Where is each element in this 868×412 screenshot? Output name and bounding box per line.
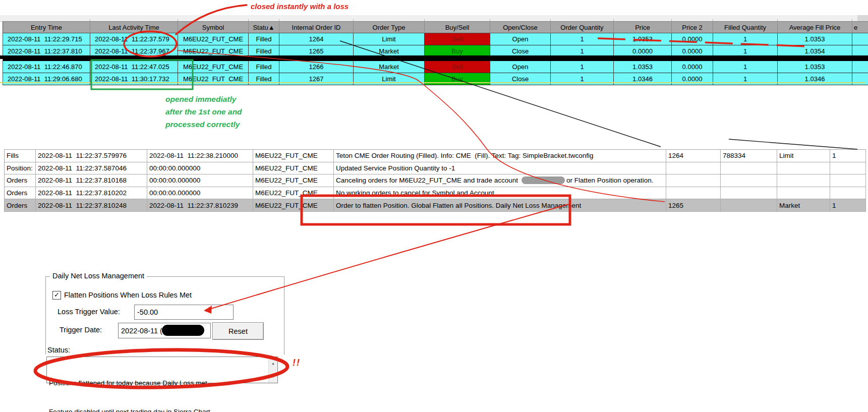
log-cell[interactable] — [830, 174, 866, 187]
log-cell[interactable]: 1265 — [666, 199, 721, 212]
orders-cell[interactable]: Limit — [354, 33, 425, 45]
log-cell[interactable] — [777, 162, 830, 175]
orders-cell[interactable]: 2022-08-11 11:22:37.810 — [3, 45, 90, 57]
scroll-up-icon[interactable]: ▲ — [269, 359, 277, 368]
orders-column-header[interactable]: Buy/Sell — [425, 22, 490, 33]
orders-cell[interactable]: Open — [490, 61, 551, 73]
orders-cell[interactable]: 1266 — [279, 61, 354, 73]
orders-cell[interactable]: 0.0000 — [672, 73, 713, 85]
orders-cell[interactable]: 2022-08-11 11:22:47.025 — [90, 61, 178, 73]
orders-column-header[interactable]: Statu▲ — [249, 22, 279, 33]
orders-cell[interactable]: 0.0000 — [614, 45, 672, 57]
orders-cell[interactable]: Filled — [249, 61, 279, 73]
orders-cell[interactable]: 1.0346 — [778, 73, 852, 85]
orders-cell[interactable]: 2022-08-11 11:30:17.732 — [90, 73, 178, 85]
log-cell[interactable]: 2022-08-11 11:22:37.587046 — [36, 162, 147, 175]
log-cell[interactable]: Market — [777, 199, 830, 212]
log-cell[interactable]: 2022-08-11 11:22:37.810239 — [147, 199, 253, 212]
orders-cell[interactable]: 1.0353 — [778, 61, 852, 73]
log-cell[interactable] — [721, 187, 777, 200]
orders-cell[interactable]: 0.0000 — [672, 33, 713, 45]
orders-cell[interactable]: Close — [490, 73, 551, 85]
orders-cell[interactable]: 2022-08-11 11:22:46.870 — [3, 61, 90, 73]
orders-cell[interactable]: M6EU22_FUT_CME — [178, 45, 249, 57]
orders-column-header[interactable]: Order Quantity — [551, 22, 614, 33]
orders-cell[interactable]: Filled — [249, 45, 279, 57]
orders-cell[interactable]: Buy — [425, 73, 490, 85]
log-cell[interactable]: M6EU22_FUT_CME — [253, 162, 334, 175]
orders-cell[interactable]: Limit — [354, 73, 425, 85]
orders-cell[interactable]: 1 — [713, 73, 778, 85]
orders-cell[interactable]: M6EU22_FUT_CME — [178, 61, 249, 73]
orders-cell[interactable] — [852, 33, 868, 45]
orders-cell[interactable] — [852, 73, 868, 85]
log-cell[interactable]: 2022-08-11 11:22:37.579976 — [36, 150, 147, 162]
log-cell[interactable]: Updated Service Position Quantity to -1 — [334, 162, 666, 175]
orders-column-header[interactable]: Internal Order ID — [279, 22, 354, 33]
log-cell[interactable]: 00:00:00.000000 — [147, 187, 253, 200]
orders-cell[interactable]: M6EU22_FUT_CME — [178, 73, 249, 85]
log-cell[interactable] — [777, 174, 830, 187]
log-cell[interactable]: 788334 — [721, 150, 777, 162]
log-cell[interactable]: 2022-08-11 11:22:37.810248 — [36, 199, 147, 212]
orders-cell[interactable]: 2022-08-11 11:22:29.715 — [3, 33, 90, 45]
log-cell[interactable]: Position: — [5, 162, 36, 175]
orders-cell[interactable]: Close — [490, 45, 551, 57]
log-cell[interactable]: 1 — [830, 150, 866, 162]
orders-column-header[interactable]: Last Activity Time — [90, 22, 178, 33]
orders-column-header[interactable]: Filled Quantity — [713, 22, 778, 33]
orders-cell[interactable]: Market — [354, 45, 425, 57]
log-cell[interactable]: Canceling orders for M6EU22_FUT_CME and … — [334, 174, 666, 187]
orders-cell[interactable]: 2022-08-11 11:22:37.579 — [90, 33, 178, 45]
orders-cell[interactable]: Sell — [425, 33, 490, 45]
orders-cell[interactable]: 1 — [713, 45, 778, 57]
log-cell[interactable]: M6EU22_FUT_CME — [253, 187, 334, 200]
flatten-positions-checkbox[interactable]: ✓ — [52, 291, 61, 300]
orders-cell[interactable] — [852, 45, 868, 57]
reset-button[interactable]: Reset — [212, 322, 264, 340]
status-textarea[interactable]: Positions flattened for today because Da… — [46, 357, 278, 383]
orders-cell[interactable]: 1 — [551, 73, 614, 85]
log-cell[interactable]: 2022-08-11 11:22:38.210000 — [147, 150, 253, 162]
orders-cell[interactable]: Market — [354, 61, 425, 73]
log-cell[interactable] — [721, 162, 777, 175]
orders-cell[interactable]: 0.0000 — [672, 61, 713, 73]
orders-cell[interactable]: 1 — [713, 61, 778, 73]
log-cell[interactable]: 2022-08-11 11:22:37.810202 — [36, 187, 147, 200]
orders-column-header[interactable]: Open/Close — [490, 22, 551, 33]
orders-cell[interactable]: Sell — [425, 61, 490, 73]
orders-cell[interactable]: 1.0353 — [614, 33, 672, 45]
orders-cell[interactable]: 1265 — [279, 45, 354, 57]
orders-cell[interactable]: 1 — [551, 61, 614, 73]
orders-cell[interactable]: 1.0346 — [614, 73, 672, 85]
loss-trigger-input[interactable]: -50.00 — [134, 305, 234, 320]
scroll-down-icon[interactable]: ▼ — [269, 372, 277, 381]
status-scrollbar[interactable]: ▲ ▼ — [268, 357, 277, 383]
log-cell[interactable]: Teton CME Order Routing (Filled). Info: … — [334, 150, 666, 162]
log-cell[interactable]: Limit — [777, 150, 830, 162]
orders-cell[interactable]: 1 — [713, 33, 778, 45]
orders-cell[interactable]: 1 — [551, 33, 614, 45]
orders-column-header[interactable]: e — [852, 22, 868, 33]
log-cell[interactable]: 00:00:00.000000 — [147, 162, 253, 175]
log-cell[interactable] — [666, 187, 721, 200]
log-cell[interactable]: Orders — [5, 187, 36, 200]
orders-cell[interactable]: 1264 — [279, 33, 354, 45]
log-cell[interactable] — [721, 174, 777, 187]
log-cell[interactable] — [666, 162, 721, 175]
log-cell[interactable]: M6EU22_FUT_CME — [253, 150, 334, 162]
log-cell[interactable]: Order to flatten Position. Global Flatte… — [334, 199, 666, 212]
trigger-date-input[interactable]: 2022-08-11 ( — [118, 323, 211, 338]
orders-cell[interactable]: 1267 — [279, 73, 354, 85]
orders-cell[interactable]: 2022-08-11 11:29:06.680 — [3, 73, 90, 85]
log-cell[interactable]: 1264 — [666, 150, 721, 162]
log-cell[interactable] — [721, 199, 777, 212]
orders-cell[interactable]: 0.0000 — [672, 45, 713, 57]
log-cell[interactable]: Orders — [5, 199, 36, 212]
orders-column-header[interactable]: Entry Time — [3, 22, 90, 33]
orders-column-header[interactable]: Price 2 — [672, 22, 713, 33]
orders-column-header[interactable]: Order Type — [354, 22, 425, 33]
log-cell[interactable]: M6EU22_FUT_CME — [253, 174, 334, 187]
log-cell[interactable]: 2022-08-11 11:22:37.810168 — [36, 174, 147, 187]
orders-cell[interactable]: M6EU22_FUT_CME — [178, 33, 249, 45]
